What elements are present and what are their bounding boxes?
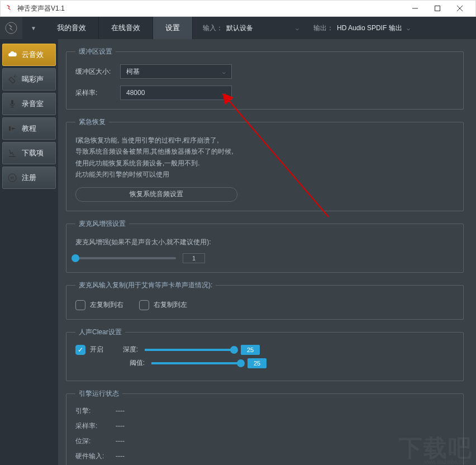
- sidebar-label: 注册: [22, 173, 36, 183]
- sample-rate-select[interactable]: 48000 ⌵: [120, 86, 232, 100]
- download-icon: [7, 148, 17, 158]
- sidebar: 云音效 喝彩声 录音室 教程 下载项 R 注册: [0, 39, 58, 465]
- copy-right-checkbox[interactable]: 右复制到左: [139, 300, 187, 310]
- chevron-down-icon: ⌵: [296, 25, 299, 31]
- recover-button[interactable]: 恢复系统音频设置: [75, 187, 237, 202]
- gain-legend: 麦克风增强设置: [75, 219, 129, 229]
- app-icon: [5, 4, 14, 13]
- buffer-size-select[interactable]: 柯基 ⌵: [120, 64, 232, 79]
- buffer-size-value: 柯基: [126, 67, 140, 77]
- gain-value: 1: [183, 253, 205, 263]
- copy-left-checkbox[interactable]: 左复制到右: [75, 300, 123, 310]
- input-device-section: 输入： 默认设备 ⌵: [193, 17, 303, 39]
- sidebar-label: 下载项: [22, 148, 44, 158]
- dropdown-toggle[interactable]: ▼: [22, 17, 45, 39]
- svg-rect-5: [11, 100, 13, 105]
- threshold-value: 25: [247, 358, 266, 368]
- minimize-button[interactable]: [404, 1, 426, 16]
- hwin-value: ----: [116, 452, 125, 460]
- engine-value: ----: [116, 407, 125, 415]
- sidebar-label: 录音室: [22, 99, 44, 109]
- tab-online-effects[interactable]: 在线音效: [99, 17, 153, 39]
- sidebar-item-register[interactable]: R 注册: [2, 167, 56, 189]
- sidebar-label: 喝彩声: [22, 74, 44, 84]
- depth-label: 深度:: [110, 345, 138, 354]
- titlebar: 神舌变声器V1.1: [0, 0, 476, 17]
- register-icon: R: [7, 173, 17, 183]
- tab-settings[interactable]: 设置: [153, 17, 193, 39]
- topbar: ▼ 我的音效 在线音效 设置 输入： 默认设备 ⌵ 输出： HD Audio S…: [0, 17, 476, 39]
- main-area: 云音效 喝彩声 录音室 教程 下载项 R 注册 缓冲区设置 缓冲区大小:: [0, 39, 476, 465]
- output-device-select[interactable]: HD Audio SPDIF 输出 ⌵: [337, 23, 410, 33]
- threshold-label: 阈值:: [117, 358, 145, 368]
- output-label: 输出：: [308, 23, 337, 33]
- close-button[interactable]: [449, 1, 471, 16]
- gain-tip: 麦克风增强(如果不是声音太小,就不建议使用):: [75, 236, 454, 248]
- depth-slider[interactable]: [145, 349, 234, 351]
- copy-legend: 麦克风输入复制(用于艾肯等声卡单声道情况):: [75, 281, 216, 290]
- sidebar-item-cheer[interactable]: 喝彩声: [2, 68, 56, 91]
- sample-rate-label: 采样率:: [75, 88, 120, 98]
- clap-icon: [7, 74, 17, 84]
- svg-rect-1: [435, 6, 440, 11]
- chevron-down-icon: ⌵: [222, 90, 226, 96]
- clear-enable-checkbox[interactable]: ✓ 开启: [75, 345, 103, 355]
- status-rate-value: ----: [116, 422, 125, 430]
- sample-rate-value: 48000: [126, 89, 145, 97]
- buffer-group: 缓冲区设置 缓冲区大小: 柯基 ⌵ 采样率: 48000 ⌵: [66, 47, 464, 110]
- gain-slider[interactable]: [75, 257, 176, 259]
- sidebar-item-download[interactable]: 下载项: [2, 142, 56, 164]
- input-device-select[interactable]: 默认设备 ⌵: [226, 23, 299, 33]
- recover-group: 紧急恢复 I紧急恢复功能, 当使用引擎的过程中,程序崩溃了, 导致系统音频设备被…: [66, 117, 464, 211]
- input-label: 输入：: [197, 23, 226, 33]
- logo-button[interactable]: [0, 17, 22, 39]
- sidebar-label: 教程: [22, 124, 36, 134]
- tab-my-effects[interactable]: 我的音效: [45, 17, 99, 39]
- clear-legend: 人声Clear设置: [75, 328, 125, 337]
- clear-enable-label: 开启: [90, 345, 103, 354]
- window-controls: [404, 1, 471, 16]
- clear-group: 人声Clear设置 ✓ 开启 深度: 25 阈值: 25: [66, 328, 464, 381]
- hwin-label: 硬件输入:: [75, 452, 116, 461]
- watermark-url: www.xiazaiba.com: [423, 459, 469, 465]
- output-device-section: 输出： HD Audio SPDIF 输出 ⌵: [303, 17, 415, 39]
- buffer-size-label: 缓冲区大小:: [75, 67, 120, 77]
- checkbox-icon: [139, 300, 149, 310]
- bit-label: 位深:: [75, 436, 116, 446]
- copy-right-label: 右复制到左: [154, 300, 187, 310]
- sidebar-item-record[interactable]: 录音室: [2, 93, 56, 115]
- tutorial-icon: [7, 124, 17, 134]
- gain-group: 麦克风增强设置 麦克风增强(如果不是声音太小,就不建议使用): 1: [66, 219, 464, 273]
- output-device-value: HD Audio SPDIF 输出: [337, 23, 402, 33]
- input-device-value: 默认设备: [226, 23, 253, 33]
- depth-value: 25: [241, 345, 260, 355]
- recover-description: I紧急恢复功能, 当使用引擎的过程中,程序崩溃了, 导致系统音频设备被禁用,其他…: [75, 135, 454, 181]
- sidebar-item-cloud[interactable]: 云音效: [2, 44, 56, 66]
- threshold-slider[interactable]: [151, 362, 241, 364]
- content-panel: 缓冲区设置 缓冲区大小: 柯基 ⌵ 采样率: 48000 ⌵ 紧急恢复 I紧急恢…: [58, 39, 476, 465]
- engine-label: 引擎:: [75, 406, 116, 416]
- copy-group: 麦克风输入复制(用于艾肯等声卡单声道情况): 左复制到右 右复制到左: [66, 281, 464, 320]
- window-title: 神舌变声器V1.1: [17, 4, 404, 13]
- recover-legend: 紧急恢复: [75, 117, 109, 127]
- bit-value: ----: [116, 437, 125, 445]
- maximize-button[interactable]: [426, 1, 449, 16]
- chevron-down-icon: ⌵: [407, 25, 410, 31]
- checkbox-icon: [75, 300, 85, 310]
- svg-point-4: [6, 22, 17, 34]
- sidebar-item-tutorial[interactable]: 教程: [2, 117, 56, 140]
- cloud-icon: [7, 50, 17, 60]
- mic-icon: [7, 99, 17, 109]
- sidebar-label: 云音效: [22, 50, 44, 60]
- chevron-down-icon: ⌵: [222, 69, 226, 75]
- status-rate-label: 采样率:: [75, 421, 116, 431]
- checkbox-icon: ✓: [75, 345, 85, 355]
- svg-text:R: R: [11, 175, 14, 181]
- status-legend: 引擎运行状态: [75, 389, 122, 398]
- copy-left-label: 左复制到右: [90, 300, 123, 310]
- buffer-legend: 缓冲区设置: [75, 47, 116, 56]
